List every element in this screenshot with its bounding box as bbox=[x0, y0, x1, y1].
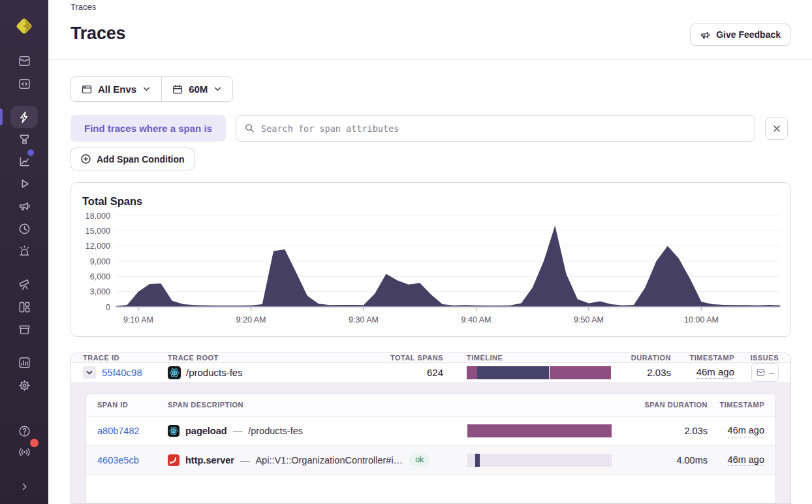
find-traces-chip: Find traces where a span is bbox=[70, 115, 226, 142]
chevron-down-icon bbox=[142, 84, 151, 94]
sidebar-collapse-button[interactable] bbox=[10, 477, 39, 496]
span-timestamp-cell: 46m ago bbox=[708, 424, 775, 437]
col-duration: DURATION bbox=[616, 354, 671, 362]
trace-id-cell: 55f40c98 bbox=[71, 366, 168, 379]
svg-text:0: 0 bbox=[106, 303, 110, 312]
sidebar-item-releases[interactable] bbox=[10, 319, 39, 339]
span-op: pageload bbox=[185, 426, 227, 436]
traces-page: Traces Traces Give Feedback All Envs 60M… bbox=[0, 0, 812, 504]
add-span-condition-button[interactable]: Add Span Condition bbox=[70, 148, 195, 170]
span-id-link[interactable]: 4603e5cb bbox=[97, 455, 139, 465]
col-span-duration: SPAN DURATION bbox=[617, 401, 708, 409]
replays-icon bbox=[18, 177, 31, 191]
trace-timestamp[interactable]: 46m ago bbox=[696, 366, 734, 379]
sidebar-item-profiling[interactable] bbox=[10, 129, 39, 149]
span-description-cell: http.server — Api::V1::OrganizationContr… bbox=[168, 453, 458, 467]
whats-new-badge-dot bbox=[30, 439, 39, 447]
span-duration: 4.00ms bbox=[617, 455, 708, 465]
gear-icon bbox=[18, 379, 31, 392]
breadcrumb[interactable]: Traces bbox=[70, 2, 96, 12]
help-icon bbox=[18, 424, 31, 438]
sidebar-item-explore-traces[interactable] bbox=[10, 106, 38, 128]
plus-circle-icon bbox=[80, 153, 91, 165]
sidebar-item-discover[interactable] bbox=[10, 274, 39, 294]
sidebar-item-user-feedback[interactable] bbox=[10, 196, 39, 215]
find-traces-chip-label: Find traces where a span is bbox=[84, 123, 212, 134]
give-feedback-label: Give Feedback bbox=[716, 29, 781, 40]
sidebar-item-projects[interactable] bbox=[10, 74, 39, 93]
col-span-timestamp: TIMESTAMP bbox=[708, 401, 775, 409]
insights-badge-dot bbox=[27, 150, 34, 156]
filter-bar: All Envs 60M bbox=[70, 76, 233, 102]
sidebar-item-issues[interactable] bbox=[10, 51, 39, 71]
span-timeline-cell bbox=[458, 424, 617, 437]
sentry-logo-icon bbox=[14, 16, 35, 37]
sidebar-item-alerts[interactable] bbox=[10, 241, 39, 260]
chevron-down-icon bbox=[86, 369, 93, 377]
col-timestamp: TIMESTAMP bbox=[671, 354, 734, 362]
trace-root-name: /products-fes bbox=[186, 367, 243, 378]
clear-search-button[interactable] bbox=[765, 117, 788, 140]
svg-text:12,000: 12,000 bbox=[86, 242, 110, 251]
span-description: /products-fes bbox=[248, 426, 303, 436]
sidebar-item-stats[interactable] bbox=[10, 353, 39, 372]
archive-icon bbox=[18, 323, 31, 336]
span-timestamp[interactable]: 46m ago bbox=[728, 424, 764, 437]
span-timeline-cell bbox=[458, 454, 617, 467]
give-feedback-button[interactable]: Give Feedback bbox=[690, 24, 790, 46]
total-spans-value: 624 bbox=[378, 367, 443, 378]
sidebar-item-crons[interactable] bbox=[10, 219, 39, 238]
time-range-filter-label: 60M bbox=[189, 84, 208, 95]
svg-text:9:20 AM: 9:20 AM bbox=[236, 315, 266, 324]
issues-icon bbox=[756, 368, 766, 377]
chevron-right-icon bbox=[18, 480, 31, 494]
svg-text:10:00 AM: 10:00 AM bbox=[684, 315, 719, 324]
issues-icon bbox=[18, 54, 31, 68]
col-trace-id: TRACE ID bbox=[71, 354, 168, 362]
sidebar-item-insights[interactable] bbox=[10, 151, 39, 171]
lightning-icon bbox=[18, 110, 31, 124]
sidebar-item-settings[interactable] bbox=[10, 375, 39, 395]
environment-filter-button[interactable]: All Envs bbox=[71, 77, 161, 101]
stats-icon bbox=[18, 356, 31, 370]
header-divider bbox=[48, 59, 812, 60]
span-id-link[interactable]: a80b7482 bbox=[97, 426, 140, 436]
sidebar-item-dashboards[interactable] bbox=[10, 297, 39, 317]
svg-text:3,000: 3,000 bbox=[90, 287, 110, 296]
trace-id-link[interactable]: 55f40c98 bbox=[102, 367, 142, 378]
trace-issues-button[interactable]: – bbox=[751, 363, 779, 382]
trace-timeline-bar[interactable] bbox=[467, 366, 611, 379]
span-timeline-bar[interactable] bbox=[467, 454, 612, 467]
span-attributes-search bbox=[236, 115, 755, 142]
status-badge: ok bbox=[409, 453, 429, 467]
trace-row: 55f40c98 /products-fes 624 bbox=[71, 363, 790, 382]
col-issues: ISSUES bbox=[734, 354, 790, 362]
svg-text:9,000: 9,000 bbox=[90, 257, 110, 266]
issues-cell: – bbox=[734, 363, 790, 382]
sidebar-item-whats-new[interactable] bbox=[10, 442, 39, 462]
span-timestamp[interactable]: 46m ago bbox=[728, 454, 764, 466]
sidebar-item-help[interactable] bbox=[10, 421, 39, 441]
svg-text:9:30 AM: 9:30 AM bbox=[349, 315, 379, 324]
svg-text:15,000: 15,000 bbox=[86, 227, 110, 236]
react-icon bbox=[168, 366, 181, 379]
total-spans-area-chart[interactable]: 03,0006,0009,00012,00015,00018,0009:10 A… bbox=[71, 183, 790, 336]
col-trace-root: TRACE ROOT bbox=[168, 354, 378, 362]
span-id-cell: a80b7482 bbox=[86, 426, 168, 436]
span-timeline-bar[interactable] bbox=[467, 424, 612, 437]
ruby-icon bbox=[168, 454, 180, 466]
megaphone-icon bbox=[700, 29, 711, 40]
traces-table-header: TRACE ID TRACE ROOT TOTAL SPANS TIMELINE… bbox=[71, 353, 790, 363]
svg-text:6,000: 6,000 bbox=[90, 272, 110, 281]
search-input[interactable] bbox=[261, 123, 747, 134]
sidebar-item-replays[interactable] bbox=[10, 174, 39, 193]
span-row: a80b7482 bbox=[86, 417, 775, 445]
separator: — bbox=[240, 455, 250, 465]
time-range-filter-button[interactable]: 60M bbox=[162, 77, 232, 101]
collapse-trace-button[interactable] bbox=[83, 366, 96, 379]
spans-table-header: SPAN ID SPAN DESCRIPTION SPAN DURATION T… bbox=[86, 394, 775, 417]
span-timestamp-cell: 46m ago bbox=[708, 454, 775, 466]
sentry-logo[interactable] bbox=[14, 16, 35, 37]
clock-icon bbox=[18, 222, 31, 236]
col-span-description: SPAN DESCRIPTION bbox=[168, 401, 458, 409]
